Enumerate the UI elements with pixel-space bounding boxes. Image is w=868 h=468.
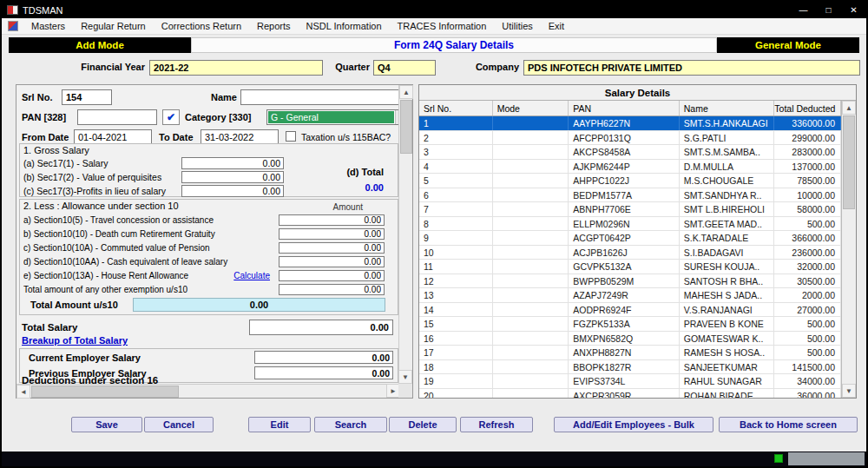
category-dropdown[interactable]: G - General ▼ <box>266 109 409 125</box>
table-cell: AJKPM6244P <box>569 160 679 174</box>
financial-year-field[interactable] <box>149 60 323 76</box>
pan-input[interactable] <box>77 109 157 125</box>
calculate-hra-link[interactable]: Calculate <box>233 271 270 280</box>
current-employer-salary-input[interactable] <box>254 351 393 364</box>
table-cell <box>493 346 569 359</box>
column-header-name[interactable]: Name <box>680 101 775 115</box>
table-cell <box>493 389 569 399</box>
table-row[interactable]: 16BMXPN6582QGOMATESWAR K..500.00 <box>419 332 841 346</box>
table-row[interactable]: 9ACGPT0642PS.K.TARADALE366000.00 <box>419 231 841 246</box>
table-cell: ELLPM0296N <box>569 217 679 231</box>
table-cell: SMT.S.M.SAMBA.. <box>680 145 775 159</box>
table-row[interactable]: 10ACJPB1626JS.I.BADAGAVI236000.00 <box>419 246 841 260</box>
taxation-115bac-checkbox[interactable] <box>286 131 296 142</box>
delete-button[interactable]: Delete <box>389 417 457 432</box>
add-edit-employees-bulk-button[interactable]: Add/Edit Employees - Bulk <box>554 417 713 432</box>
scroll-thumb[interactable] <box>31 386 179 398</box>
section10-total-field: 0.00 <box>133 298 385 312</box>
menu-item-corrections-return[interactable]: Corrections Return <box>154 19 249 33</box>
table-row[interactable]: 5AHPPC1022JM.S.CHOUGALE78500.00 <box>419 174 841 188</box>
column-header-pan[interactable]: PAN <box>569 101 679 115</box>
section10-amount-input-0[interactable] <box>279 214 385 226</box>
table-row[interactable]: 3AKCPS8458ASMT.S.M.SAMBA..283000.00 <box>419 145 841 160</box>
pan-verify-button[interactable]: ✔ <box>162 109 180 125</box>
table-row[interactable]: 14AODPR6924FV.S.RANJANAGI27000.00 <box>419 303 841 318</box>
column-header-srl-no[interactable]: Srl No. <box>419 101 493 115</box>
table-cell: 500.00 <box>774 346 841 359</box>
back-to-home-screen-button[interactable]: Back to Home screen <box>719 417 858 432</box>
table-row[interactable]: 8ELLPM0296NSMT.GEETA MAD..500.00 <box>419 217 841 232</box>
scrollbar-corner <box>398 384 412 398</box>
table-row[interactable]: 19EVIPS3734LRAHUL SUNAGAR34000.00 <box>419 374 841 389</box>
table-cell <box>493 116 569 130</box>
save-button[interactable]: Save <box>71 417 142 432</box>
section10-amount-input-4[interactable] <box>279 270 385 281</box>
menu-item-regular-return[interactable]: Regular Return <box>73 19 154 33</box>
table-row[interactable]: 17ANXPH8827NRAMESH S HOSA..500.00 <box>419 346 841 360</box>
column-header-total-deducted[interactable]: Total Deducted <box>774 101 841 115</box>
srl-no-field[interactable] <box>62 89 112 105</box>
column-header-mode[interactable]: Mode <box>493 101 569 115</box>
app-icon <box>7 5 18 15</box>
table-title: Salary Details <box>419 85 856 101</box>
gross-amount-input-2[interactable] <box>181 185 284 197</box>
maximize-button[interactable]: □ <box>816 2 841 18</box>
table-row[interactable]: 15FGZPK5133APRAVEEN B KONE500.00 <box>419 317 841 332</box>
scroll-left-icon[interactable]: ◄ <box>16 385 30 399</box>
quarter-field[interactable] <box>373 60 436 76</box>
gross-amount-input-0[interactable] <box>181 157 284 169</box>
search-button[interactable]: Search <box>314 417 387 432</box>
table-row[interactable]: 6BEDPM1577ASMT.SANDHYA R..10000.00 <box>419 188 841 203</box>
table-row[interactable]: 4AJKPM6244PD.M.MULLA137000.00 <box>419 160 841 175</box>
table-row[interactable]: 13AZAPJ7249RMAHESH S JADA..2000.00 <box>419 288 841 303</box>
scroll-up-icon[interactable]: ▲ <box>842 101 856 115</box>
section10-amount-input-2[interactable] <box>279 242 385 254</box>
window-controls: — □ ✕ <box>791 2 866 18</box>
status-indicator <box>774 454 783 463</box>
menu-item-utilities[interactable]: Utilities <box>494 19 540 33</box>
window-title: TDSMAN <box>23 5 62 16</box>
menu-item-nsdl-information[interactable]: NSDL Information <box>299 19 390 33</box>
section10-amount-input-5[interactable] <box>279 284 385 295</box>
menu-item-traces-information[interactable]: TRACES Information <box>390 19 495 33</box>
table-cell: 58000.00 <box>774 202 841 216</box>
section10-row-label: c) Section10(10A) - Commuted value of Pe… <box>23 243 279 253</box>
form-horizontal-scrollbar[interactable]: ◄ ► <box>16 384 400 398</box>
table-cell: D.M.MULLA <box>680 160 775 174</box>
gross-total-value: 0.00 <box>365 182 384 193</box>
menu-item-masters[interactable]: Masters <box>23 19 73 33</box>
name-input[interactable] <box>240 89 400 105</box>
scroll-down-icon[interactable]: ▼ <box>842 384 856 398</box>
scroll-thumb[interactable] <box>843 115 855 209</box>
company-field[interactable] <box>523 60 860 76</box>
close-button[interactable]: ✕ <box>841 2 866 18</box>
previous-employer-salary-input[interactable] <box>254 366 393 379</box>
table-row[interactable]: 18BBOPK1827RSANJEETKUMAR141500.00 <box>419 360 841 375</box>
table-row[interactable]: 2AFCPP0131QS.G.PATLI299000.00 <box>419 131 841 146</box>
menu-item-exit[interactable]: Exit <box>541 19 572 33</box>
section10-amount-input-1[interactable] <box>279 228 385 240</box>
table-cell: 14 <box>419 303 493 317</box>
table-vertical-scrollbar[interactable]: ▲ ▼ <box>841 101 856 398</box>
section10-amount-input-3[interactable] <box>279 256 385 267</box>
refresh-button[interactable]: Refresh <box>460 417 533 432</box>
gross-amount-input-1[interactable] <box>181 171 284 183</box>
breakup-of-total-salary-link[interactable]: Breakup of Total Salary <box>22 335 128 346</box>
table-row[interactable]: 20AXCPR3059RROHAN BIRADE36000.00 <box>419 389 841 399</box>
cancel-button[interactable]: Cancel <box>144 417 214 432</box>
total-salary-field[interactable] <box>249 320 393 335</box>
menu-item-reports[interactable]: Reports <box>249 19 299 33</box>
table-row[interactable]: 12BWPPB0529MSANTOSH R BHA..30500.00 <box>419 274 841 289</box>
minimize-button[interactable]: — <box>791 2 816 18</box>
table-row[interactable]: 1AAYPH6227NSMT.S.H.ANKALAGI336000.00 <box>419 116 841 131</box>
table-cell: ACGPT0642P <box>569 231 679 245</box>
table-cell: 299000.00 <box>774 131 841 145</box>
edit-button[interactable]: Edit <box>248 417 311 432</box>
table-cell: BEDPM1577A <box>569 188 679 202</box>
form-vertical-scrollbar[interactable]: ▲ ▼ <box>398 85 412 384</box>
table-row[interactable]: 7ABNPH7706ESMT L.B.HIREHOLI58000.00 <box>419 202 841 217</box>
scroll-down-icon[interactable]: ▼ <box>398 370 412 384</box>
scroll-thumb[interactable] <box>400 100 412 154</box>
table-row[interactable]: 11GCVPK5132ASURESH KOUJA..32000.00 <box>419 260 841 274</box>
scroll-up-icon[interactable]: ▲ <box>399 85 413 99</box>
